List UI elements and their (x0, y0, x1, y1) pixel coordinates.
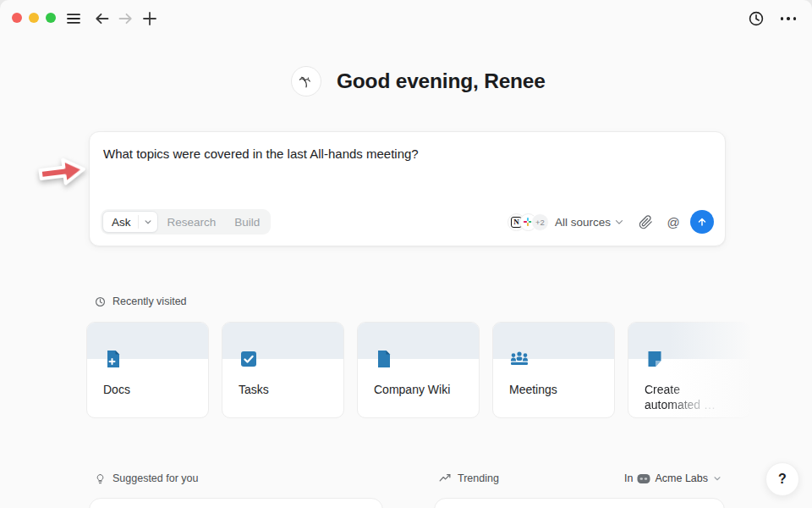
suggested-label: Suggested for you (112, 472, 198, 484)
clock-icon (95, 296, 106, 307)
card-label: Tasks (239, 382, 330, 397)
extra-sources-badge: +2 (531, 213, 549, 231)
mention-icon[interactable]: @ (663, 212, 683, 232)
all-sources-dropdown[interactable]: All sources (555, 216, 625, 229)
card-docs[interactable]: Docs (86, 322, 209, 418)
card-label: Meetings (509, 382, 601, 397)
card-meetings[interactable]: Meetings (492, 322, 615, 418)
forward-icon[interactable] (117, 10, 134, 27)
recently-visited-label: Recently visited (112, 295, 187, 307)
suggested-header: Suggested for you (95, 472, 198, 484)
chevron-down-icon (712, 473, 722, 483)
card-label: Create automated … (645, 382, 729, 412)
mode-switch: Ask Research Build (101, 209, 271, 235)
mode-ask-button[interactable]: Ask (102, 211, 158, 233)
workspace-scope-dropdown[interactable]: In Acme Labs (624, 472, 722, 484)
recently-visited-cards: Docs Tasks Company Wiki (86, 322, 750, 418)
help-label: ? (778, 472, 787, 487)
divider (138, 215, 139, 229)
ask-composer[interactable]: What topics were covered in the last All… (89, 131, 726, 246)
back-icon[interactable] (94, 10, 111, 27)
arrow-up-icon (696, 216, 708, 228)
suggested-card[interactable] (89, 498, 383, 508)
history-icon[interactable] (748, 10, 765, 27)
attach-icon[interactable] (635, 212, 656, 232)
annotation-arrow-icon (33, 149, 90, 194)
chevron-down-icon[interactable] (142, 216, 154, 228)
more-icon[interactable] (777, 10, 799, 27)
minimize-window-button[interactable] (29, 13, 39, 23)
new-tab-icon[interactable] (141, 10, 158, 27)
people-meeting-icon (509, 349, 529, 369)
mode-research-button[interactable]: Research (158, 216, 226, 229)
mode-build-button[interactable]: Build (225, 216, 269, 229)
mode-ask-label: Ask (112, 216, 131, 229)
lightbulb-icon (95, 473, 106, 484)
composer-toolbar: Ask Research Build N (101, 209, 714, 235)
recently-visited-header: Recently visited (95, 295, 187, 307)
trending-up-icon (439, 472, 451, 484)
send-button[interactable] (690, 210, 714, 234)
document-icon (374, 349, 394, 369)
trending-header: Trending (439, 472, 499, 484)
note-fold-icon (645, 349, 665, 369)
trending-card[interactable] (434, 498, 725, 508)
trending-label: Trending (458, 472, 499, 484)
card-company-wiki[interactable]: Company Wiki (357, 322, 480, 418)
task-check-icon (239, 349, 259, 369)
palm-tree-icon (291, 66, 321, 97)
chevron-down-icon (613, 216, 625, 228)
card-label: Docs (103, 382, 195, 397)
zoom-window-button[interactable] (46, 13, 56, 23)
org-logo-icon (637, 473, 650, 484)
card-create-automated[interactable]: Create automated … (628, 322, 750, 418)
close-window-button[interactable] (12, 13, 22, 23)
page-title: Good evening, Renee (337, 69, 546, 93)
window-controls (12, 13, 56, 23)
app-window: Good evening, Renee What topics were cov… (0, 0, 812, 508)
help-button[interactable]: ? (765, 462, 799, 496)
scope-org-name: Acme Labs (655, 472, 708, 484)
scope-prefix: In (624, 472, 633, 484)
card-tasks[interactable]: Tasks (222, 322, 344, 418)
doc-plus-icon (103, 349, 123, 369)
query-input[interactable]: What topics were covered in the last All… (103, 146, 419, 161)
sources-cluster: N +2 All sources (508, 210, 714, 234)
card-label: Company Wiki (374, 382, 465, 397)
menu-icon[interactable] (65, 10, 82, 27)
